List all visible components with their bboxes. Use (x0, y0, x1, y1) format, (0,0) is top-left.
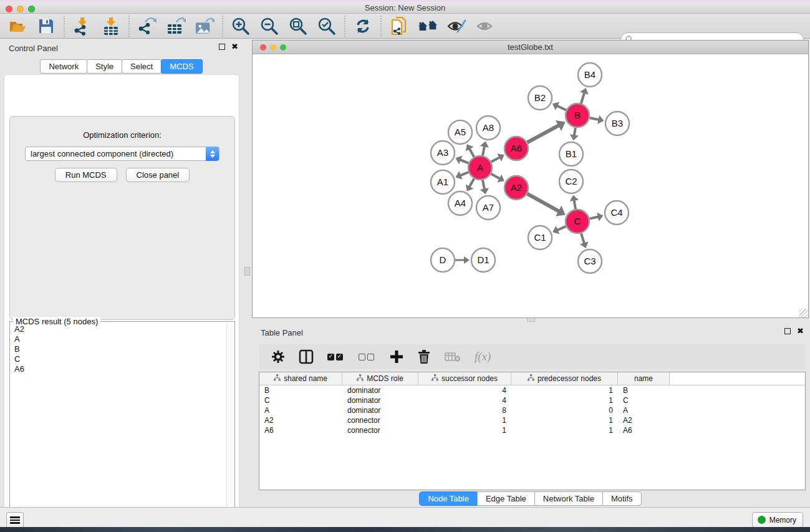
network-canvas[interactable]: AA1A2A3A4A5A6A7A8BB1B2B3B4CC1C2C3C4DD1 (253, 55, 808, 317)
node-table[interactable]: shared nameMCDS rolesuccessor nodesprede… (259, 372, 806, 490)
result-list-item[interactable]: C (11, 354, 226, 364)
graph-edge-A-A1[interactable] (460, 172, 468, 175)
tab-select[interactable]: Select (122, 59, 162, 74)
column-header-MCDS-role[interactable]: MCDS role (342, 372, 418, 385)
zoom-fit-icon[interactable] (288, 16, 308, 36)
table-cell[interactable]: dominator (342, 405, 418, 415)
import-table-icon[interactable] (101, 16, 121, 36)
table-cell[interactable]: A6 (259, 425, 342, 435)
result-list-item[interactable]: A (11, 334, 226, 344)
zoom-out-icon[interactable] (259, 16, 279, 36)
tab-edge-table[interactable]: Edge Table (477, 491, 535, 506)
result-list-item[interactable]: A2 (11, 324, 226, 334)
tab-node-table[interactable]: Node Table (419, 491, 478, 506)
zoom-selected-icon[interactable] (317, 16, 337, 36)
graph-edge-B-B4[interactable] (581, 93, 584, 104)
graph-edge-A-A4[interactable] (470, 178, 475, 186)
table-cell[interactable]: 4 (418, 395, 511, 405)
delete-column-trash-icon[interactable] (417, 347, 431, 366)
graph-edge-B-B1[interactable] (574, 128, 576, 136)
network-graph[interactable]: AA1A2A3A4A5A6A7A8BB1B2B3B4CC1C2C3C4DD1 (253, 55, 808, 317)
graph-edge-A-A8[interactable] (483, 146, 485, 155)
column-header-shared-name[interactable]: shared name (259, 372, 342, 385)
zoom-in-icon[interactable] (231, 16, 251, 36)
graph-edge-C-C3[interactable] (581, 233, 584, 243)
unselect-all-columns-icon[interactable] (359, 347, 376, 366)
result-list-item[interactable]: A6 (11, 364, 226, 374)
table-cell[interactable]: A2 (618, 415, 670, 425)
close-table-panel-icon[interactable]: ✖ (797, 328, 804, 334)
table-row[interactable]: Adominator80A (259, 405, 805, 415)
column-header-predecessor-nodes[interactable]: predecessor nodes (511, 372, 618, 385)
export-table-icon[interactable] (166, 16, 186, 36)
export-image-icon[interactable] (195, 16, 215, 36)
graph-edge-A-A6[interactable] (491, 157, 500, 162)
table-row[interactable]: Bdominator41B (259, 385, 805, 395)
task-history-button[interactable] (6, 512, 24, 528)
result-list-scrollbar[interactable] (226, 323, 234, 530)
tab-motifs[interactable]: Motifs (602, 491, 642, 506)
table-row[interactable]: A6connector11A6 (259, 425, 805, 435)
select-all-columns-icon[interactable] (327, 347, 345, 366)
tab-network-table[interactable]: Network Table (534, 491, 603, 506)
graph-edge-B-B3[interactable] (590, 118, 599, 120)
table-cell[interactable]: 1 (418, 425, 511, 435)
graph-edge-C-C2[interactable] (574, 200, 576, 210)
table-cell[interactable]: A (259, 405, 342, 415)
graph-edge-A-A5[interactable] (470, 148, 475, 157)
table-cell[interactable]: 4 (418, 385, 511, 395)
resize-grip-icon[interactable] (799, 309, 808, 317)
save-session-icon[interactable] (36, 16, 56, 36)
table-cell[interactable]: A6 (618, 425, 670, 435)
table-cell[interactable]: connector (342, 415, 418, 425)
vertical-splitter-handle[interactable] (244, 267, 250, 276)
table-cell[interactable]: 1 (418, 415, 511, 425)
hide-details-icon[interactable] (446, 16, 466, 36)
graph-edge-C-C1[interactable] (557, 226, 566, 230)
tab-mcds[interactable]: MCDS (161, 59, 202, 74)
table-cell[interactable]: dominator (342, 385, 418, 395)
tab-style[interactable]: Style (87, 59, 122, 74)
table-cell[interactable]: dominator (342, 395, 418, 405)
table-cell[interactable]: 1 (511, 385, 618, 395)
graph-edge-A2-C[interactable] (528, 194, 559, 211)
table-cell[interactable]: C (259, 395, 342, 405)
table-row[interactable]: Cdominator41C (259, 395, 805, 405)
table-cell[interactable]: 1 (511, 395, 618, 405)
graph-edge-A-A2[interactable] (491, 174, 500, 179)
float-table-panel-icon[interactable] (784, 328, 791, 334)
result-list-item[interactable]: B (11, 344, 226, 354)
table-cell[interactable]: 1 (511, 415, 618, 425)
table-row[interactable]: A2connector11A2 (259, 415, 805, 425)
table-settings-gear-icon[interactable] (271, 347, 285, 366)
column-header-name[interactable]: name (618, 372, 670, 385)
table-cell[interactable]: connector (342, 425, 418, 435)
run-mcds-button[interactable]: Run MCDS (55, 168, 117, 182)
close-panel-button[interactable]: Close panel (126, 168, 190, 182)
graph-edge-A6-B[interactable] (528, 125, 559, 143)
import-network-icon[interactable] (72, 16, 92, 36)
houses-icon[interactable] (418, 16, 438, 36)
tab-network[interactable]: Network (40, 59, 87, 74)
close-panel-icon[interactable]: ✖ (231, 44, 238, 50)
network-window-titlebar[interactable]: testGlobe.txt (253, 41, 808, 54)
memory-button[interactable]: Memory (752, 512, 803, 528)
export-network-icon[interactable] (137, 16, 157, 36)
table-cell[interactable]: C (618, 395, 670, 405)
clone-network-icon[interactable] (389, 16, 409, 36)
add-column-icon[interactable] (390, 347, 403, 366)
open-folder-icon[interactable] (7, 16, 27, 36)
table-cell[interactable]: 8 (418, 405, 511, 415)
graph-edge-B-B2[interactable] (557, 106, 566, 110)
criterion-dropdown[interactable]: largest connected component (directed) (25, 147, 219, 161)
table-cell[interactable]: 0 (511, 405, 618, 415)
table-cell[interactable]: A (618, 405, 670, 415)
show-column-panel-icon[interactable] (299, 347, 314, 366)
table-cell[interactable]: B (618, 385, 670, 395)
graph-edge-A-A3[interactable] (460, 160, 469, 163)
column-header-successor-nodes[interactable]: successor nodes (418, 372, 511, 385)
table-cell[interactable]: B (259, 385, 342, 395)
table-cell[interactable]: A2 (259, 415, 342, 425)
graph-edge-C-C4[interactable] (590, 217, 599, 219)
table-cell[interactable]: 1 (511, 425, 618, 435)
